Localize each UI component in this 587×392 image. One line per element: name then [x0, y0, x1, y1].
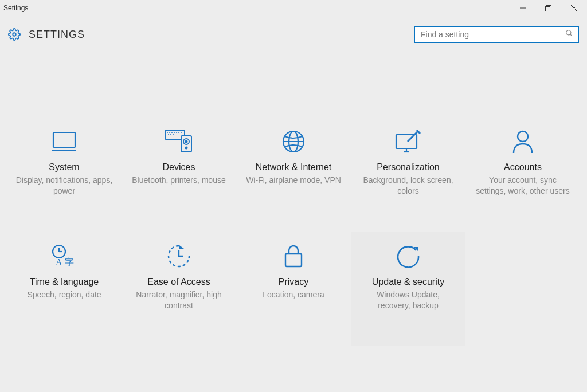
svg-point-24 — [186, 141, 187, 143]
tile-desc: Narrator, magnifier, high contrast — [130, 289, 228, 311]
page-title: SETTINGS — [29, 29, 85, 41]
tile-label: Personalization — [377, 162, 439, 173]
tile-label: Network & Internet — [256, 162, 332, 173]
svg-point-7 — [566, 30, 571, 35]
window-controls — [510, 0, 587, 16]
tile-update-security[interactable]: Update & security Windows Update, recove… — [351, 232, 465, 346]
tile-desc: Bluetooth, printers, mouse — [132, 175, 225, 186]
tile-desc: Location, camera — [263, 289, 324, 300]
tile-time-language[interactable]: A 字 Time & language Speech, region, date — [7, 232, 122, 346]
globe-icon — [281, 128, 306, 155]
search-icon — [565, 29, 573, 40]
svg-rect-9 — [53, 132, 75, 147]
tile-label: Privacy — [279, 277, 308, 287]
tile-desc: Wi-Fi, airplane mode, VPN — [246, 175, 341, 186]
svg-rect-3 — [546, 6, 550, 11]
close-button[interactable] — [561, 0, 587, 16]
tile-privacy[interactable]: Privacy Location, camera — [236, 232, 351, 346]
devices-icon — [164, 128, 194, 155]
person-icon — [511, 128, 534, 155]
tile-desc: Speech, region, date — [27, 289, 101, 300]
maximize-button[interactable] — [535, 0, 561, 16]
window-title: Settings — [3, 4, 28, 12]
gear-icon — [8, 28, 21, 41]
tile-label: Time & language — [30, 277, 99, 287]
tile-desc: Your account, sync settings, work, other… — [474, 175, 572, 197]
tile-label: Ease of Access — [147, 277, 210, 287]
svg-marker-38 — [179, 245, 184, 249]
tile-devices[interactable]: Devices Bluetooth, printers, mouse — [122, 117, 236, 232]
svg-rect-39 — [285, 254, 302, 266]
svg-rect-29 — [396, 135, 417, 148]
tile-personalization[interactable]: Personalization Background, lock screen,… — [351, 117, 465, 232]
svg-text:A: A — [56, 257, 62, 267]
titlebar: Settings — [0, 0, 587, 16]
tile-label: System — [49, 162, 79, 173]
header-left: SETTINGS — [8, 28, 85, 41]
time-language-icon: A 字 — [50, 242, 79, 270]
minimize-button[interactable] — [510, 0, 535, 16]
settings-grid: System Display, notifications, apps, pow… — [7, 117, 580, 346]
svg-point-25 — [186, 147, 187, 149]
header: SETTINGS — [0, 16, 587, 48]
search-input[interactable] — [420, 29, 565, 40]
tile-ease-of-access[interactable]: Ease of Access Narrator, magnifier, high… — [122, 232, 236, 346]
tile-desc: Display, notifications, apps, power — [15, 175, 113, 197]
search-box[interactable] — [414, 26, 579, 43]
tile-network[interactable]: Network & Internet Wi-Fi, airplane mode,… — [236, 117, 351, 232]
svg-text:字: 字 — [65, 257, 74, 267]
tile-system[interactable]: System Display, notifications, apps, pow… — [7, 117, 122, 232]
svg-line-8 — [570, 34, 572, 36]
tile-label: Accounts — [504, 162, 542, 173]
svg-point-6 — [13, 33, 16, 36]
tile-label: Devices — [163, 162, 195, 173]
tile-label: Update & security — [372, 277, 444, 287]
tile-accounts[interactable]: Accounts Your account, sync settings, wo… — [465, 117, 580, 232]
lock-icon — [283, 242, 304, 270]
svg-point-32 — [518, 131, 528, 142]
update-icon — [396, 242, 421, 270]
ease-of-access-icon — [166, 242, 191, 270]
tile-desc: Background, lock screen, colors — [359, 175, 457, 197]
personalization-icon — [394, 128, 422, 155]
tile-desc: Windows Update, recovery, backup — [359, 289, 457, 311]
display-icon — [51, 128, 77, 155]
content: System Display, notifications, apps, pow… — [0, 48, 587, 346]
